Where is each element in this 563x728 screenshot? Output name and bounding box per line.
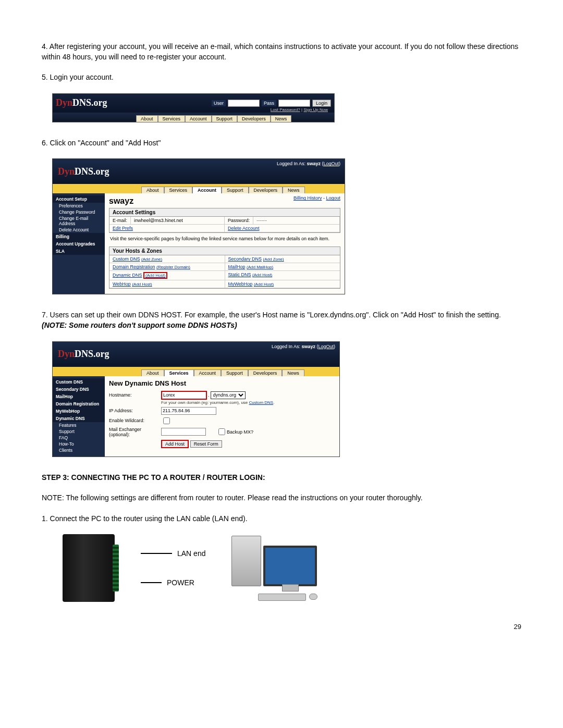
ip-input[interactable] (161, 407, 216, 415)
add-host-link[interactable]: (Add Host) (132, 282, 152, 287)
sidebar-item-features[interactable]: Features (53, 422, 105, 428)
delete-account-link[interactable]: Delete Account (228, 226, 260, 231)
sidebar-item-change-email[interactable]: Change E-mail Address (53, 215, 105, 227)
tab-support[interactable]: Support (222, 187, 249, 193)
tab-account[interactable]: Account (185, 115, 212, 122)
hosts-zones-box: Your Hosts & Zones Custom DNS (Add Zone)… (109, 246, 340, 289)
sidebar-mywebhop[interactable]: MyWebHop (53, 408, 105, 415)
custom-dns-link[interactable]: Custom DNS (249, 400, 274, 405)
billing-history-link[interactable]: Billing History (293, 195, 322, 201)
tab-account[interactable]: Account (192, 187, 222, 193)
screenshot-login: DynDNS.org User Pass Login Lost Password… (52, 93, 335, 122)
hostname-label: Hostname: (109, 392, 161, 398)
domain-registration-link[interactable]: Domain Registration (113, 264, 155, 269)
router-icon (63, 534, 115, 602)
logout-link[interactable]: LogOut (323, 161, 339, 166)
add-zone-link[interactable]: (Add Zone) (263, 257, 284, 262)
screenshot-account: DynDNS.org Logged In As: swayz (LogOut) … (52, 158, 345, 294)
sidebar-billing[interactable]: Billing (53, 233, 105, 240)
edit-prefs-link[interactable]: Edit Prefs (113, 226, 133, 231)
tab-support[interactable]: Support (221, 369, 248, 376)
ip-label: IP Address: (109, 408, 161, 413)
backup-mx-checkbox[interactable] (218, 428, 225, 435)
sidebar-domain-registration[interactable]: Domain Registration (53, 400, 105, 408)
sidebar-item-howto[interactable]: How-To (53, 441, 105, 447)
wildcard-checkbox[interactable] (163, 417, 170, 424)
user-input[interactable] (228, 100, 260, 107)
tab-about[interactable]: About (141, 369, 164, 376)
wildcard-label: Enable Wildcard: (109, 418, 161, 423)
tab-developers[interactable]: Developers (237, 115, 271, 122)
register-domain-link[interactable]: (Register Domain) (156, 265, 190, 269)
domain-note: For your own domain (eg: yourname.com), … (109, 400, 335, 406)
tab-about[interactable]: About (136, 115, 158, 122)
pass-label: Pass (262, 100, 276, 106)
tab-developers[interactable]: Developers (248, 369, 283, 376)
tab-developers[interactable]: Developers (249, 187, 283, 193)
account-settings-title: Account Settings (109, 208, 340, 217)
backup-mx-label: Backup MX? (227, 429, 253, 435)
lan-end-label: LAN end (177, 549, 205, 558)
signup-link[interactable]: Sign Up Now (303, 107, 328, 112)
secondary-dns-link[interactable]: Secondary DNS (228, 256, 262, 262)
hostname-input[interactable] (161, 391, 207, 400)
dyndns-logo: DynDNS.org (58, 166, 109, 177)
password-value: ········ (253, 217, 340, 224)
sidebar-item-clients[interactable]: Clients (53, 447, 105, 453)
tab-services[interactable]: Services (164, 369, 194, 376)
sidebar-item-delete-account[interactable]: Delete Account (53, 227, 105, 233)
router-pc-diagram: LAN end POWER (63, 534, 521, 602)
account-settings-box: Account Settings E-mail: inwheel@ms3.hin… (109, 208, 340, 233)
tab-services[interactable]: Services (164, 187, 193, 193)
tab-news[interactable]: News (282, 369, 304, 376)
sidebar-item-preferences[interactable]: Preferences (53, 203, 105, 209)
sidebar-item-faq[interactable]: FAQ (53, 435, 105, 441)
reset-form-button[interactable]: Reset Form (190, 440, 222, 448)
email-value: inwheel@ms3.hinet.net (131, 217, 225, 224)
sidebar-mailhop[interactable]: MailHop (53, 393, 105, 400)
step-7-text: 7. Users can set up their own DDNS HOST.… (42, 310, 521, 330)
services-sidebar: Custom DNS Secondary DNS MailHop Domain … (53, 376, 105, 456)
mx-input[interactable] (161, 428, 206, 436)
sidebar-item-support[interactable]: Support (53, 428, 105, 435)
keyboard-icon (258, 594, 306, 601)
add-mailhop-link[interactable]: (Add MailHop) (247, 265, 273, 269)
lost-password-link[interactable]: Lost Password? (271, 107, 300, 112)
dyndns-logo: DynDNS.org (58, 349, 109, 360)
tab-support[interactable]: Support (212, 115, 238, 122)
pass-input[interactable] (278, 100, 310, 107)
dynamic-dns-link[interactable]: Dynamic DNS (113, 273, 142, 278)
sidebar-item-change-password[interactable]: Change Password (53, 209, 105, 215)
dyndns-logo: DynDNS.org (56, 97, 107, 108)
power-label: POWER (167, 578, 194, 587)
mywebhop-link[interactable]: MyWebHop (228, 281, 253, 287)
tab-news[interactable]: News (271, 115, 292, 122)
tab-about[interactable]: About (141, 187, 164, 193)
sidebar-dynamic-dns[interactable]: Dynamic DNS (53, 415, 105, 422)
add-host-button[interactable]: Add Host (161, 440, 189, 448)
sidebar-account-upgrades[interactable]: Account Upgrades (53, 240, 105, 248)
logout-link[interactable]: Logout (326, 195, 340, 201)
add-host-link-highlighted[interactable]: (Add Host) (143, 272, 167, 279)
logout-link[interactable]: LogOut (318, 344, 334, 349)
sidebar-sla[interactable]: SLA (53, 248, 105, 255)
tab-account[interactable]: Account (194, 369, 222, 376)
add-host-link[interactable]: (Add Host) (252, 273, 272, 277)
mailhop-link[interactable]: MailHop (228, 264, 246, 269)
static-dns-link[interactable]: Static DNS (228, 272, 251, 277)
custom-dns-link[interactable]: Custom DNS (113, 256, 140, 262)
webhop-link[interactable]: WebHop (113, 281, 131, 287)
add-host-link[interactable]: (Add Host) (254, 282, 274, 287)
domain-select[interactable]: dyndns.org (211, 391, 246, 399)
tab-services[interactable]: Services (158, 115, 186, 122)
mx-label: Mail Exchanger (optional): (109, 427, 161, 437)
sidebar-secondary-dns[interactable]: Secondary DNS (53, 386, 105, 393)
user-label: User (212, 100, 226, 106)
sidebar-custom-dns[interactable]: Custom DNS (53, 378, 105, 386)
pc-tower-icon (231, 536, 261, 586)
tab-news[interactable]: News (283, 187, 305, 193)
sidebar-account-setup[interactable]: Account Setup (53, 195, 105, 203)
add-zone-link[interactable]: (Add Zone) (141, 257, 162, 262)
account-sidebar: Account Setup Preferences Change Passwor… (53, 193, 105, 294)
login-button[interactable]: Login (312, 100, 331, 107)
